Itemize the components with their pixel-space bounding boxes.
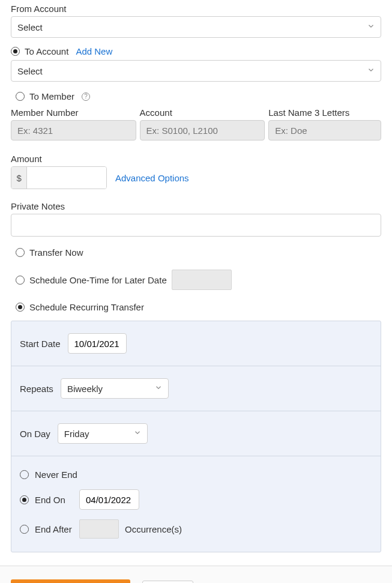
advanced-options-link[interactable]: Advanced Options (115, 173, 189, 183)
currency-prefix: $ (11, 167, 27, 189)
to-account-select[interactable]: Select (11, 60, 381, 82)
schedule-recurring-label: Schedule Recurring Transfer (29, 302, 144, 312)
cancel-button[interactable]: Cancel (142, 581, 193, 583)
end-on-radio[interactable] (20, 495, 29, 504)
member-account-field (140, 120, 265, 140)
end-after-label: End After (35, 524, 73, 534)
to-account-label: To Account (25, 46, 68, 56)
occurrences-label: Occurrence(s) (125, 524, 182, 534)
from-account-select[interactable]: Select (11, 16, 381, 38)
amount-label: Amount (11, 154, 381, 164)
last-name-label: Last Name 3 Letters (268, 107, 381, 118)
transfer-now-radio[interactable] (16, 248, 25, 257)
last-name-field (268, 120, 381, 140)
footer: Submit Transfer Cancel (0, 566, 392, 583)
occurrences-field (79, 519, 119, 539)
private-notes-label: Private Notes (11, 201, 381, 211)
schedule-one-time-radio[interactable] (16, 276, 25, 285)
from-account-select-button[interactable]: Select (11, 16, 381, 38)
on-day-select[interactable]: Friday (58, 423, 148, 444)
submit-transfer-button[interactable]: Submit Transfer (11, 579, 130, 583)
to-member-radio[interactable] (16, 92, 25, 101)
to-account-select-button[interactable]: Select (11, 60, 381, 82)
end-on-date-field[interactable] (79, 489, 139, 510)
member-account-label: Account (140, 107, 265, 118)
on-day-label: On Day (20, 429, 50, 439)
help-icon[interactable]: ? (82, 92, 90, 101)
never-end-radio[interactable] (20, 470, 29, 479)
private-notes-field[interactable] (11, 214, 381, 237)
add-new-link[interactable]: Add New (76, 46, 112, 56)
repeats-select[interactable]: Biweekly (61, 378, 169, 399)
end-on-label: End On (35, 495, 73, 505)
amount-input-group: $ (11, 166, 107, 189)
amount-field[interactable] (27, 167, 106, 189)
start-date-label: Start Date (20, 339, 61, 349)
repeats-label: Repeats (20, 384, 53, 394)
schedule-one-time-label: Schedule One-Time for Later Date (29, 275, 167, 285)
end-after-radio[interactable] (20, 525, 29, 534)
end-section: Never End End On End After Occurrence(s) (11, 456, 381, 552)
schedule-recurring-radio[interactable] (16, 303, 25, 312)
from-account-label: From Account (11, 4, 381, 14)
start-date-field[interactable] (68, 333, 127, 354)
member-number-label: Member Number (11, 107, 136, 118)
to-account-radio[interactable] (11, 47, 20, 56)
to-member-label: To Member (29, 91, 74, 101)
transfer-now-label: Transfer Now (29, 247, 83, 258)
one-time-date-field (172, 270, 232, 290)
recurring-config-box: Start Date Repeats Biweekly On Day Frida… (11, 321, 381, 552)
never-end-label: Never End (35, 470, 77, 480)
member-number-field (11, 120, 136, 140)
